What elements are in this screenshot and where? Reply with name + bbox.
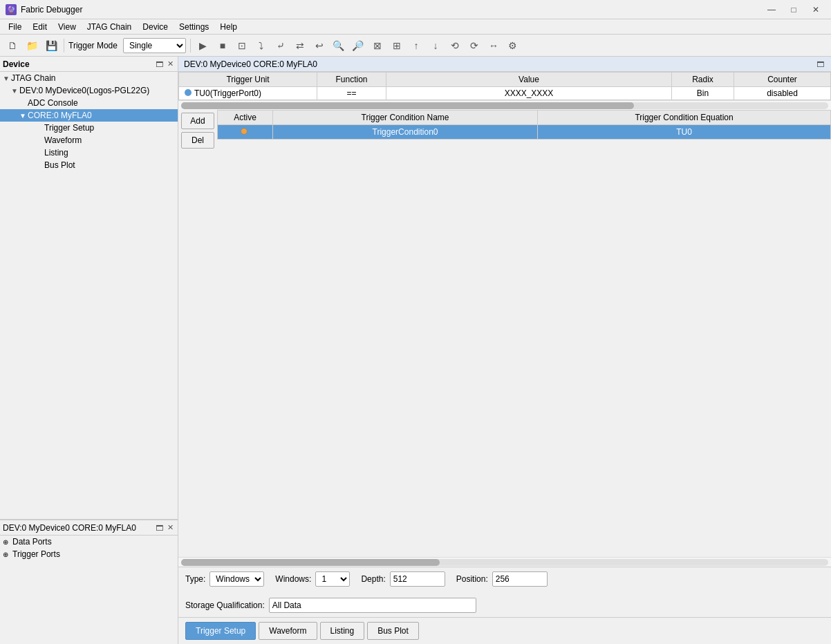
tab-btn-bus-plot[interactable]: Bus Plot (367, 622, 419, 640)
menu-item-view[interactable]: View (53, 21, 82, 33)
toolbar-settings[interactable]: ⚙ (505, 37, 521, 54)
value-cell: XXXX_XXXX (386, 87, 672, 100)
toolbar-sep2 (190, 39, 191, 53)
trigger-mode-label: Trigger Mode (68, 41, 118, 50)
ports-panel-title: DEV:0 MyDevice0 CORE:0 MyFLA0 (3, 523, 136, 533)
type-group: Type: Windows (185, 571, 264, 587)
toolbar-open-btn[interactable]: 📁 (24, 37, 40, 54)
tree-listing[interactable]: Listing (0, 146, 178, 159)
storage-qual-label: Storage Qualification: (185, 600, 265, 610)
toolbar-new-btn[interactable]: 🗋 (4, 37, 21, 54)
cond-equation-cell: TU0 (538, 125, 831, 140)
cond-name-cell: TriggerCondition0 (273, 125, 538, 140)
trigger-unit-dot (185, 89, 192, 96)
conditions-table-body: TriggerCondition0 TU0 (218, 125, 831, 140)
jtag-expand-icon: ▼ (3, 75, 11, 82)
del-button[interactable]: Del (181, 132, 214, 149)
trigger-table-body: TU0(TriggerPort0) == XXXX_XXXX Bin disab… (179, 87, 831, 100)
storage-qual-group: Storage Qualification: (185, 598, 824, 613)
device-panel-float-btn[interactable]: 🗖 (154, 59, 165, 68)
device0-expand-icon: ▼ (11, 87, 19, 95)
conditions-content: Add Del Active Trigger Condition Name Tr… (178, 110, 831, 151)
toolbar-run-btn[interactable]: ▶ (195, 37, 212, 54)
tree-device0[interactable]: ▼ DEV:0 MyDevice0(Logos-PGL22G) (0, 84, 178, 97)
toolbar-zoom-in[interactable]: 🔍 (330, 37, 347, 54)
tab-btn-listing[interactable]: Listing (320, 622, 365, 640)
device-panel-controls: 🗖 ✕ (154, 59, 175, 68)
tree-adc-console[interactable]: ADC Console (0, 97, 178, 109)
menu-item-settings[interactable]: Settings (174, 21, 214, 33)
windows-group: Windows: 1 (275, 571, 350, 587)
toolbar-btn7[interactable]: ↩ (311, 37, 328, 54)
maximize-button[interactable]: □ (784, 3, 803, 16)
toolbar-btn11[interactable]: ↔ (485, 37, 502, 54)
ports-panel-close-btn[interactable]: ✕ (166, 523, 175, 532)
storage-qual-input[interactable] (269, 598, 476, 613)
app-title: Fabric Debugger (21, 5, 762, 15)
table-row[interactable]: TriggerCondition0 TU0 (218, 125, 831, 140)
menu-item-help[interactable]: Help (214, 21, 243, 33)
device-panel: Device 🗖 ✕ ▼ JTAG Chain ▼ DEV:0 MyDevice… (0, 57, 178, 520)
ports-panel-float-btn[interactable]: 🗖 (154, 523, 165, 532)
toolbar-up[interactable]: ↑ (408, 37, 424, 54)
trigger-mode-select[interactable]: SingleContinuousImmediate (123, 38, 186, 53)
type-select[interactable]: Windows (209, 571, 264, 587)
toolbar-down[interactable]: ↓ (427, 37, 444, 54)
cond-col-name: Trigger Condition Name (273, 111, 538, 125)
tab-buttons-row: Trigger SetupWaveformListingBus Plot (178, 617, 831, 644)
waveform-label: Waveform (44, 135, 82, 145)
menu-item-edit[interactable]: Edit (27, 21, 53, 33)
depth-label: Depth: (361, 574, 385, 584)
add-button[interactable]: Add (181, 113, 214, 129)
cond-col-active: Active (218, 111, 273, 125)
menu-item-jtag chain[interactable]: JTAG Chain (82, 21, 137, 33)
listing-label: Listing (44, 148, 68, 158)
ports-data-ports[interactable]: ⊕ Data Ports (0, 536, 178, 548)
toolbar-btn4[interactable]: ⤵ (253, 37, 270, 54)
device-panel-close-btn[interactable]: ✕ (166, 59, 175, 68)
toolbar-btn9[interactable]: ⟲ (447, 37, 463, 54)
trigger-ports-label: Trigger Ports (12, 549, 60, 559)
toolbar-save-btn[interactable]: 💾 (43, 37, 59, 54)
depth-input[interactable] (390, 571, 445, 587)
menu-item-device[interactable]: Device (137, 21, 174, 33)
jtag-chain-label: JTAG Chain (11, 73, 55, 83)
toolbar-zoom-out[interactable]: 🔎 (350, 37, 366, 54)
position-input[interactable] (492, 571, 548, 587)
toolbar-btn5[interactable]: ⤶ (272, 37, 289, 54)
tab-btn-waveform[interactable]: Waveform (259, 622, 317, 640)
tree-bus-plot[interactable]: Bus Plot (0, 159, 178, 171)
tree-core0-myfla0[interactable]: ▼ CORE:0 MyFLA0 (0, 109, 178, 122)
ports-trigger-ports[interactable]: ⊕ Trigger Ports (0, 548, 178, 560)
tree-waveform[interactable]: Waveform (0, 134, 178, 146)
active-indicator (241, 128, 248, 135)
tab-btn-trigger-setup[interactable]: Trigger Setup (185, 622, 256, 640)
right-header-controls: 🗖 (815, 60, 825, 68)
menubar: FileEditViewJTAG ChainDeviceSettingsHelp (0, 19, 831, 35)
table-row[interactable]: TU0(TriggerPort0) == XXXX_XXXX Bin disab… (179, 87, 831, 100)
toolbar-btn6[interactable]: ⇄ (292, 37, 308, 54)
toolbar-btn10[interactable]: ⟳ (466, 37, 483, 54)
minimize-button[interactable]: — (762, 3, 781, 16)
type-label: Type: (185, 574, 205, 584)
function-cell: == (317, 87, 386, 100)
tree-trigger-setup[interactable]: Trigger Setup (0, 122, 178, 134)
trigger-unit-cell: TU0(TriggerPort0) (179, 87, 317, 100)
conditions-hscroll[interactable] (178, 557, 831, 567)
close-button[interactable]: ✕ (806, 3, 825, 16)
right-panel-float-btn[interactable]: 🗖 (815, 60, 825, 68)
menu-item-file[interactable]: File (3, 21, 27, 33)
toolbar-sep1 (64, 39, 64, 53)
trigger-table-hscroll[interactable] (178, 100, 831, 110)
toolbar-fit[interactable]: ⊠ (369, 37, 386, 54)
toolbar-stop-btn[interactable]: ■ (214, 37, 231, 54)
tree-jtag-chain[interactable]: ▼ JTAG Chain (0, 72, 178, 84)
toolbar-btn8[interactable]: ⊞ (389, 37, 405, 54)
ports-panel-controls: 🗖 ✕ (154, 523, 175, 532)
titlebar: 🔮 Fabric Debugger — □ ✕ (0, 0, 831, 19)
windows-select[interactable]: 1 (315, 571, 350, 587)
device-panel-header: Device 🗖 ✕ (0, 57, 178, 72)
cond-active-cell (218, 125, 273, 140)
toolbar-btn3[interactable]: ⊡ (234, 37, 250, 54)
core0-expand-icon: ▼ (19, 112, 28, 120)
